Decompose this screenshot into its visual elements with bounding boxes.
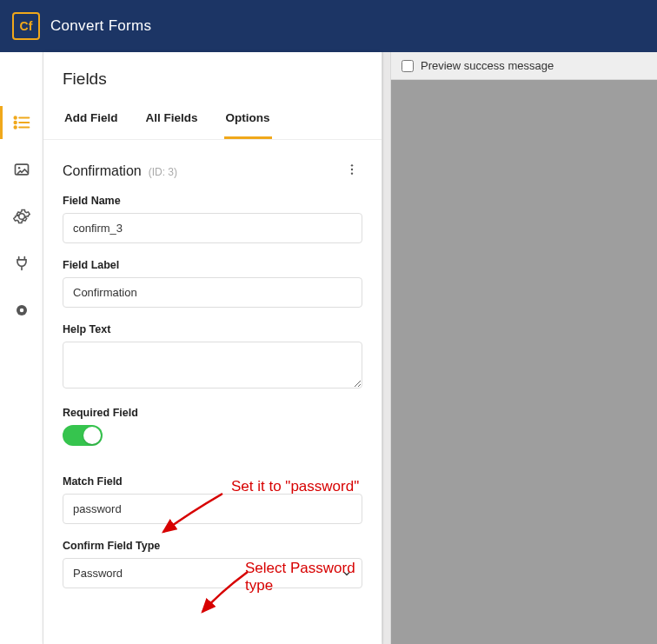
panel-tabs: Add Field All Fields Options: [43, 99, 382, 140]
svg-point-11: [351, 169, 353, 170]
logo-text: Cf: [20, 19, 33, 33]
tab-add-field[interactable]: Add Field: [63, 99, 120, 139]
help-text-label: Help Text: [63, 323, 362, 335]
panel-splitter[interactable]: [382, 52, 391, 644]
field-title: Confirmation: [63, 163, 142, 179]
svg-point-3: [14, 116, 16, 118]
more-menu-icon[interactable]: [342, 159, 362, 183]
tab-all-fields[interactable]: All Fields: [144, 99, 200, 139]
rail-gear-icon[interactable]: [12, 207, 31, 226]
preview-success-checkbox[interactable]: [402, 60, 414, 72]
rail-fields-icon[interactable]: [12, 113, 31, 132]
help-text-input[interactable]: [63, 342, 362, 388]
field-label-input[interactable]: [63, 277, 362, 308]
svg-point-9: [19, 309, 23, 313]
panel-heading: Fields: [43, 52, 382, 99]
rail-plug-icon[interactable]: [12, 254, 31, 273]
required-toggle[interactable]: [63, 425, 103, 446]
field-form: Field Name Field Label Help Text Require…: [43, 191, 382, 623]
field-label-label: Field Label: [63, 259, 362, 271]
app-title: Convert Forms: [50, 17, 151, 35]
field-id: (ID: 3): [149, 166, 177, 178]
topbar: Cf Convert Forms: [0, 0, 657, 52]
svg-point-12: [351, 172, 353, 174]
app-logo: Cf: [12, 12, 40, 40]
field-name-input[interactable]: [63, 213, 362, 243]
toggle-knob: [83, 427, 101, 444]
confirm-type-value: Password: [73, 567, 123, 580]
svg-point-5: [14, 126, 16, 128]
field-section-header: Confirmation (ID: 3): [43, 140, 382, 191]
rail-image-icon[interactable]: [12, 160, 31, 179]
preview-toolbar: Preview success message: [391, 52, 657, 80]
field-name-label: Field Name: [63, 195, 362, 207]
svg-point-10: [351, 164, 353, 166]
icon-rail: [0, 52, 43, 644]
match-field-label: Match Field: [63, 475, 362, 488]
match-field-input[interactable]: [63, 494, 362, 524]
preview-pane: Preview success message: [391, 52, 657, 644]
rail-disc-icon[interactable]: [12, 301, 31, 320]
chevron-down-icon: [342, 568, 352, 579]
tab-options[interactable]: Options: [224, 99, 272, 139]
confirm-type-select[interactable]: Password: [63, 558, 362, 588]
workspace: Fields Add Field All Fields Options Conf…: [0, 52, 657, 644]
svg-point-7: [17, 167, 19, 169]
preview-success-label: Preview success message: [421, 59, 554, 72]
required-label: Required Field: [63, 407, 362, 419]
svg-point-4: [14, 122, 16, 123]
fields-panel: Fields Add Field All Fields Options Conf…: [43, 52, 382, 644]
field-section-title: Confirmation (ID: 3): [63, 163, 177, 179]
confirm-type-label: Confirm Field Type: [63, 540, 362, 552]
